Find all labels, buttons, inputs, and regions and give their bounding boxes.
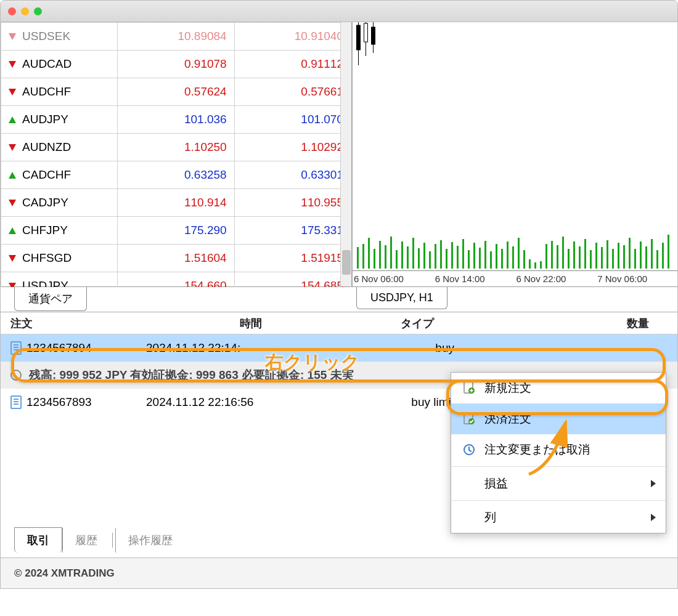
market-watch-row[interactable]: USDSEK10.8908410.91040 bbox=[1, 23, 351, 51]
tab-history[interactable]: 履歴 bbox=[62, 528, 110, 553]
arrow-down-icon bbox=[9, 61, 16, 68]
order-row-selected[interactable]: 1234567894 2024.11.12 22:14: buy bbox=[1, 334, 677, 362]
menu-label: 決済注文 bbox=[484, 411, 531, 427]
menu-new-order[interactable]: 新規注文 bbox=[451, 373, 666, 403]
menu-separator bbox=[451, 466, 666, 467]
tab-journal[interactable]: 操作履歴 bbox=[115, 528, 185, 553]
order-icon bbox=[10, 341, 22, 355]
menu-label: 列 bbox=[484, 509, 496, 525]
market-watch-scrollbar[interactable] bbox=[340, 22, 351, 286]
order-time: 2024.11.12 22:16:56 bbox=[146, 395, 356, 409]
chart-tab[interactable]: USDJPY, H1 bbox=[356, 287, 447, 309]
context-menu: 新規注文 決済注文 注文変更または取消 損益 列 bbox=[451, 372, 666, 533]
tab-trade[interactable]: 取引 bbox=[14, 527, 62, 553]
svg-rect-3 bbox=[364, 23, 368, 42]
submenu-arrow-icon bbox=[651, 480, 656, 487]
menu-label: 新規注文 bbox=[484, 380, 531, 396]
new-order-icon bbox=[462, 381, 476, 395]
close-window-button[interactable] bbox=[8, 7, 16, 15]
col-order[interactable]: 注文 bbox=[10, 316, 146, 331]
scrollbar-thumb[interactable] bbox=[342, 250, 351, 275]
market-watch-row[interactable]: CHFSGD1.516041.51915 bbox=[1, 245, 351, 272]
menu-close-order[interactable]: 決済注文 bbox=[451, 403, 666, 434]
market-watch-row[interactable]: CADCHF0.632580.63301 bbox=[1, 161, 351, 189]
modify-order-icon bbox=[462, 443, 476, 456]
market-watch-row[interactable]: CADJPY110.914110.955 bbox=[1, 189, 351, 217]
minimize-window-button[interactable] bbox=[21, 7, 29, 15]
order-id: 1234567894 bbox=[27, 341, 92, 355]
market-watch-row[interactable]: AUDCAD0.910780.91112 bbox=[1, 51, 351, 78]
order-id: 1234567893 bbox=[27, 395, 92, 409]
submenu-arrow-icon bbox=[651, 514, 656, 521]
market-watch-panel: USDSEK10.8908410.91040AUDCAD0.910780.911… bbox=[1, 22, 352, 286]
svg-rect-5 bbox=[372, 27, 375, 44]
col-time[interactable]: 時間 bbox=[146, 316, 356, 331]
chart-x-axis: 6 Nov 06:00 6 Nov 14:00 6 Nov 22:00 7 No… bbox=[353, 270, 677, 286]
menu-profit-loss[interactable]: 損益 bbox=[451, 468, 666, 499]
col-type[interactable]: タイプ bbox=[356, 316, 479, 331]
orders-header: 注文 時間 タイプ 数量 bbox=[1, 312, 677, 334]
arrow-up-icon bbox=[9, 227, 16, 234]
menu-modify-order[interactable]: 注文変更または取消 bbox=[451, 434, 666, 465]
balance-text: 残高: 999 952 JPY 有効証拠金: 999 863 必要証拠金: 15… bbox=[29, 367, 354, 383]
market-watch-table[interactable]: USDSEK10.8908410.91040AUDCAD0.910780.911… bbox=[1, 22, 351, 287]
order-type: buy bbox=[356, 341, 479, 355]
arrow-down-icon bbox=[9, 255, 16, 262]
menu-label: 損益 bbox=[484, 476, 508, 492]
arrow-down-icon bbox=[9, 33, 16, 40]
footer-text: © 2024 XMTRADING bbox=[14, 567, 115, 580]
arrow-down-icon bbox=[9, 89, 16, 95]
col-volume[interactable]: 数量 bbox=[479, 316, 668, 331]
arrow-up-icon bbox=[9, 116, 16, 123]
market-watch-tab[interactable]: 通貨ペア bbox=[14, 287, 87, 311]
order-time: 2024.11.12 22:14: bbox=[146, 341, 356, 355]
terminal-tabs: 取引 履歴 操作履歴 bbox=[14, 527, 185, 553]
svg-rect-1 bbox=[357, 25, 361, 50]
mac-titlebar bbox=[0, 0, 678, 22]
market-watch-row[interactable]: AUDNZD1.102501.10292 bbox=[1, 134, 351, 161]
market-watch-row[interactable]: AUDJPY101.036101.070 bbox=[1, 106, 351, 134]
market-watch-row[interactable]: CHFJPY175.290175.331 bbox=[1, 217, 351, 245]
footer: © 2024 XMTRADING bbox=[1, 557, 677, 588]
maximize-window-button[interactable] bbox=[34, 7, 42, 15]
menu-separator bbox=[451, 500, 666, 501]
order-icon bbox=[10, 395, 22, 409]
arrow-down-icon bbox=[9, 144, 16, 151]
menu-columns[interactable]: 列 bbox=[451, 502, 666, 533]
arrow-up-icon bbox=[9, 172, 16, 179]
balance-icon bbox=[10, 370, 22, 381]
menu-label: 注文変更または取消 bbox=[484, 442, 590, 458]
market-watch-row[interactable]: USDJPY154.660154.685 bbox=[1, 272, 351, 288]
market-watch-row[interactable]: AUDCHF0.576240.57661 bbox=[1, 78, 351, 106]
app-window: USDSEK10.8908410.91040AUDCAD0.910780.911… bbox=[0, 22, 678, 589]
close-order-icon bbox=[462, 412, 476, 426]
arrow-down-icon bbox=[9, 200, 16, 206]
chart-panel[interactable]: 6 Nov 06:00 6 Nov 14:00 6 Nov 22:00 7 No… bbox=[352, 22, 677, 286]
